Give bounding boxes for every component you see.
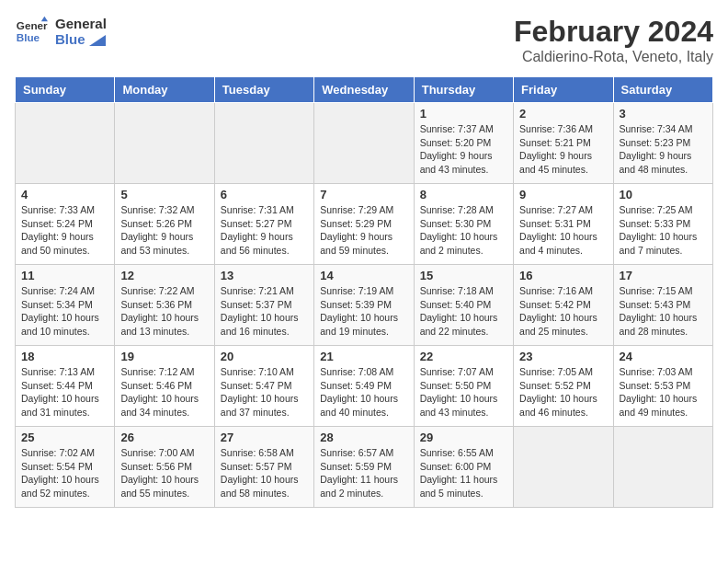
day-number: 19	[120, 350, 208, 363]
day-info: Sunrise: 7:00 AMSunset: 5:56 PMDaylight:…	[120, 446, 208, 500]
calendar-cell: 29Sunrise: 6:55 AMSunset: 6:00 PMDayligh…	[414, 427, 513, 508]
calendar-cell: 13Sunrise: 7:21 AMSunset: 5:37 PMDayligh…	[214, 265, 313, 346]
day-info: Sunrise: 7:15 AMSunset: 5:43 PMDaylight:…	[620, 284, 707, 339]
day-info: Sunrise: 7:25 AMSunset: 5:33 PMDaylight:…	[620, 203, 707, 258]
calendar-cell: 28Sunrise: 6:57 AMSunset: 5:59 PMDayligh…	[314, 427, 414, 508]
day-number: 29	[420, 431, 507, 444]
calendar-cell: 5Sunrise: 7:32 AMSunset: 5:26 PMDaylight…	[115, 184, 214, 265]
logo-icon: General Blue	[15, 15, 48, 48]
day-number: 4	[21, 188, 108, 201]
day-info: Sunrise: 6:58 AMSunset: 5:57 PMDaylight:…	[221, 446, 308, 500]
calendar-cell: 11Sunrise: 7:24 AMSunset: 5:34 PMDayligh…	[16, 265, 115, 346]
day-info: Sunrise: 7:33 AMSunset: 5:24 PMDaylight:…	[21, 203, 108, 258]
day-info: Sunrise: 7:08 AMSunset: 5:49 PMDaylight:…	[320, 365, 407, 419]
day-number: 22	[420, 350, 507, 363]
day-info: Sunrise: 7:03 AMSunset: 5:53 PMDaylight:…	[620, 365, 707, 419]
header-day-wednesday: Wednesday	[314, 77, 414, 103]
day-info: Sunrise: 7:37 AMSunset: 5:20 PMDaylight:…	[420, 122, 507, 177]
day-info: Sunrise: 7:29 AMSunset: 5:29 PMDaylight:…	[320, 203, 407, 258]
day-number: 5	[120, 188, 208, 201]
calendar-cell: 4Sunrise: 7:33 AMSunset: 5:24 PMDaylight…	[16, 184, 115, 265]
header-day-friday: Friday	[514, 77, 613, 103]
day-info: Sunrise: 7:18 AMSunset: 5:40 PMDaylight:…	[420, 284, 507, 339]
day-info: Sunrise: 6:55 AMSunset: 6:00 PMDaylight:…	[420, 446, 507, 500]
day-info: Sunrise: 7:22 AMSunset: 5:36 PMDaylight:…	[120, 284, 208, 339]
day-number: 27	[221, 431, 308, 444]
day-info: Sunrise: 7:13 AMSunset: 5:44 PMDaylight:…	[21, 365, 108, 419]
day-info: Sunrise: 7:19 AMSunset: 5:39 PMDaylight:…	[320, 284, 407, 339]
calendar-week-5: 25Sunrise: 7:02 AMSunset: 5:54 PMDayligh…	[16, 427, 713, 508]
day-number: 24	[620, 350, 707, 363]
header-day-saturday: Saturday	[613, 77, 712, 103]
header: General Blue General Blue February 2024 …	[15, 15, 713, 65]
svg-text:Blue: Blue	[17, 31, 40, 43]
calendar-cell: 18Sunrise: 7:13 AMSunset: 5:44 PMDayligh…	[16, 346, 115, 427]
day-info: Sunrise: 7:07 AMSunset: 5:50 PMDaylight:…	[420, 365, 507, 419]
day-info: Sunrise: 7:28 AMSunset: 5:30 PMDaylight:…	[420, 203, 507, 258]
header-day-sunday: Sunday	[16, 77, 115, 103]
day-info: Sunrise: 7:02 AMSunset: 5:54 PMDaylight:…	[21, 446, 108, 500]
logo: General Blue General Blue	[15, 15, 107, 48]
calendar-cell: 24Sunrise: 7:03 AMSunset: 5:53 PMDayligh…	[613, 346, 712, 427]
day-info: Sunrise: 6:57 AMSunset: 5:59 PMDaylight:…	[320, 446, 407, 500]
calendar-cell: 16Sunrise: 7:16 AMSunset: 5:42 PMDayligh…	[514, 265, 613, 346]
calendar-cell: 14Sunrise: 7:19 AMSunset: 5:39 PMDayligh…	[314, 265, 414, 346]
day-info: Sunrise: 7:32 AMSunset: 5:26 PMDaylight:…	[120, 203, 208, 258]
day-number: 13	[221, 269, 308, 282]
day-number: 3	[620, 107, 707, 121]
logo-chevron	[89, 35, 106, 46]
day-number: 6	[221, 188, 308, 201]
header-day-thursday: Thursday	[414, 77, 513, 103]
day-info: Sunrise: 7:24 AMSunset: 5:34 PMDaylight:…	[21, 284, 108, 339]
calendar-cell	[115, 103, 214, 184]
day-info: Sunrise: 7:16 AMSunset: 5:42 PMDaylight:…	[519, 284, 607, 339]
header-day-monday: Monday	[115, 77, 214, 103]
calendar-cell: 12Sunrise: 7:22 AMSunset: 5:36 PMDayligh…	[115, 265, 214, 346]
calendar-cell: 25Sunrise: 7:02 AMSunset: 5:54 PMDayligh…	[16, 427, 115, 508]
calendar-cell	[613, 427, 712, 508]
calendar-cell: 10Sunrise: 7:25 AMSunset: 5:33 PMDayligh…	[613, 184, 712, 265]
calendar-cell: 22Sunrise: 7:07 AMSunset: 5:50 PMDayligh…	[414, 346, 513, 427]
day-number: 12	[120, 269, 208, 282]
day-info: Sunrise: 7:34 AMSunset: 5:23 PMDaylight:…	[620, 122, 707, 177]
calendar-table: SundayMondayTuesdayWednesdayThursdayFrid…	[15, 76, 713, 508]
day-number: 10	[620, 188, 707, 201]
calendar-cell: 2Sunrise: 7:36 AMSunset: 5:21 PMDaylight…	[514, 103, 613, 184]
calendar-header-row: SundayMondayTuesdayWednesdayThursdayFrid…	[16, 77, 713, 103]
day-number: 11	[21, 269, 108, 282]
header-day-tuesday: Tuesday	[214, 77, 313, 103]
calendar-week-1: 1Sunrise: 7:37 AMSunset: 5:20 PMDaylight…	[16, 103, 713, 184]
calendar-week-2: 4Sunrise: 7:33 AMSunset: 5:24 PMDaylight…	[16, 184, 713, 265]
calendar-cell: 26Sunrise: 7:00 AMSunset: 5:56 PMDayligh…	[115, 427, 214, 508]
month-title: February 2024	[514, 15, 713, 49]
logo-general: General	[55, 16, 107, 31]
calendar-cell: 8Sunrise: 7:28 AMSunset: 5:30 PMDaylight…	[414, 184, 513, 265]
calendar-cell: 1Sunrise: 7:37 AMSunset: 5:20 PMDaylight…	[414, 103, 513, 184]
calendar-cell: 27Sunrise: 6:58 AMSunset: 5:57 PMDayligh…	[214, 427, 313, 508]
calendar-cell	[314, 103, 414, 184]
location-title: Caldierino-Rota, Veneto, Italy	[514, 49, 713, 65]
day-number: 9	[519, 188, 607, 201]
day-info: Sunrise: 7:12 AMSunset: 5:46 PMDaylight:…	[120, 365, 208, 419]
day-number: 18	[21, 350, 108, 363]
logo-blue: Blue	[55, 31, 107, 47]
day-number: 15	[420, 269, 507, 282]
day-info: Sunrise: 7:36 AMSunset: 5:21 PMDaylight:…	[519, 122, 607, 177]
calendar-cell: 21Sunrise: 7:08 AMSunset: 5:49 PMDayligh…	[314, 346, 414, 427]
day-info: Sunrise: 7:21 AMSunset: 5:37 PMDaylight:…	[221, 284, 308, 339]
day-info: Sunrise: 7:10 AMSunset: 5:47 PMDaylight:…	[221, 365, 308, 419]
day-number: 23	[519, 350, 607, 363]
day-number: 7	[320, 188, 407, 201]
svg-marker-3	[89, 35, 106, 46]
calendar-cell: 9Sunrise: 7:27 AMSunset: 5:31 PMDaylight…	[514, 184, 613, 265]
calendar-week-3: 11Sunrise: 7:24 AMSunset: 5:34 PMDayligh…	[16, 265, 713, 346]
day-number: 8	[420, 188, 507, 201]
day-number: 16	[519, 269, 607, 282]
day-number: 1	[420, 107, 507, 121]
calendar-cell: 15Sunrise: 7:18 AMSunset: 5:40 PMDayligh…	[414, 265, 513, 346]
day-number: 17	[620, 269, 707, 282]
calendar-cell: 20Sunrise: 7:10 AMSunset: 5:47 PMDayligh…	[214, 346, 313, 427]
calendar-cell: 6Sunrise: 7:31 AMSunset: 5:27 PMDaylight…	[214, 184, 313, 265]
day-number: 14	[320, 269, 407, 282]
day-number: 20	[221, 350, 308, 363]
